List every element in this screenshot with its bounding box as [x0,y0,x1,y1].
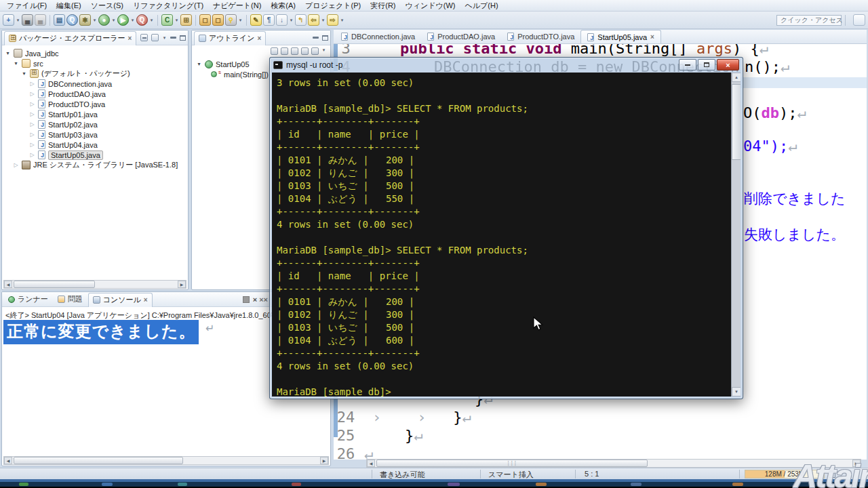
terminate-icon[interactable] [243,296,250,303]
tree-item-startup02[interactable]: ▷StartUp02.java [2,119,188,129]
update-icon[interactable]: Q [66,14,78,26]
outline-view-menu-icon[interactable]: ▾ [321,47,326,55]
close-icon[interactable]: × [144,296,148,304]
menu-edit[interactable]: 編集(E) [52,0,86,12]
tab-console[interactable]: コンソール × [88,293,153,307]
tree-item-startup05[interactable]: ▷StartUp05.java [2,150,188,160]
tree-item-productdao[interactable]: ▷ProductDAO.java [2,89,188,99]
tree-item-src[interactable]: ▾src [2,58,188,68]
close-icon[interactable]: × [258,35,262,42]
sort-icon[interactable] [271,47,278,55]
link-with-editor-icon[interactable] [151,34,159,41]
maximize-icon[interactable] [322,35,328,41]
java-file-icon [427,33,434,41]
menu-project[interactable]: プロジェクト(P) [300,0,366,12]
quick-access-input[interactable]: クイック・アクセス [776,15,842,26]
hide-nonpublic-icon[interactable] [301,47,309,55]
minimize-button[interactable] [679,59,696,70]
tree-item-productdto[interactable]: ▷ProductDTO.java [2,99,188,109]
java-file-icon [38,100,45,108]
menu-run[interactable]: 実行(R) [366,0,400,12]
maximize-icon[interactable] [180,35,186,41]
tree-item-dbconnection[interactable]: ▷DBConnection.java [2,79,188,89]
whitespace-icon[interactable]: ¶ [263,14,275,26]
next-annotation-icon[interactable]: ↓ [276,14,288,26]
remove-all-launches-icon[interactable]: ×× [259,296,268,304]
scroll-down-icon[interactable]: ▼ [732,387,741,396]
java-perspective-icon[interactable] [853,14,865,26]
hide-static-icon[interactable] [291,47,298,55]
debug-caret-icon[interactable]: ▾ [111,18,116,23]
tab-outline[interactable]: アウトライン × [194,31,266,45]
run-icon[interactable]: ▶ [117,14,129,26]
open-folder-icon[interactable]: ◻ [199,14,211,26]
menu-source[interactable]: ソース(S) [86,0,128,12]
terminal-output[interactable]: 3 rows in set (0.00 sec) MariaDB [sample… [272,73,731,396]
menu-navigate[interactable]: ナビゲート(N) [208,0,266,12]
close-icon[interactable]: × [650,33,654,41]
coverage-icon[interactable]: Q [136,14,148,26]
tree-item-default-package[interactable]: ▾(デフォルト・パッケージ) [2,68,188,79]
hide-fields-icon[interactable] [281,47,288,55]
new-class-caret-icon[interactable]: ▾ [174,18,179,23]
save-icon[interactable]: ▄ [22,14,33,26]
coverage-caret-icon[interactable]: ▾ [149,18,154,23]
remove-launch-icon[interactable]: × [253,296,257,304]
new-package-icon[interactable]: ⊞ [180,14,192,26]
menu-file[interactable]: ファイル(F) [2,0,52,12]
tab-productdto-java[interactable]: ProductDTO.java [501,30,580,43]
tab-problems[interactable]: 問題 [54,294,87,304]
mark-occurrences-icon[interactable]: ✎ [250,14,262,26]
scroll-up-icon[interactable]: ▲ [732,73,741,82]
next-annotation-caret-icon[interactable]: ▾ [289,18,294,23]
tab-startup05-java[interactable]: StartUp05.java× [580,30,661,43]
new-class-icon[interactable]: C [161,14,173,26]
open-folder2-icon[interactable]: ◻ [212,14,224,26]
editor-hscrollbar[interactable]: ◀┆┆┆▶ [366,459,861,468]
tab-runner[interactable]: ランナー [4,294,52,304]
tree-item-project[interactable]: ▾Java_jdbc [2,48,188,58]
view-menu-icon[interactable]: ▾ [162,35,167,41]
search-caret-icon[interactable]: ▾ [238,18,243,23]
new-wizard-icon[interactable]: + [3,14,14,26]
minimize-icon[interactable] [170,37,176,39]
console-hscrollbar[interactable]: ◀▶ [3,456,329,465]
scrollbar-thumb[interactable] [732,84,741,160]
maximize-button[interactable] [698,59,715,70]
terminal-scrollbar[interactable]: ▲ ▼ [731,73,741,396]
terminal-titlebar[interactable]: mysql -u root -p × [270,58,743,72]
back-caret-icon[interactable]: ▾ [321,18,326,23]
tab-productdao-java[interactable]: ProductDAO.java [421,30,501,43]
close-button[interactable]: × [717,59,739,70]
save-all-icon[interactable]: ▄ [35,14,46,26]
menu-help[interactable]: ヘルプ(H) [460,0,503,12]
tree-item-startup03[interactable]: ▷StartUp03.java [2,129,188,140]
tree-item-startup01[interactable]: ▷StartUp01.java [2,109,188,119]
tab-dbconnection-java[interactable]: DBConnection.java [335,30,421,43]
debug-icon[interactable]: ● [98,14,110,26]
tree-item-jre-library[interactable]: ▷JRE システム・ライブラリー [JavaSE-1.8] [2,160,188,170]
back-icon[interactable]: ⇦ [308,14,319,26]
minimize-icon[interactable] [313,37,319,39]
tab-package-explorer[interactable]: パッケージ・エクスプローラー × [4,31,136,45]
task-icon[interactable]: ▤ [54,14,65,26]
run-caret-icon[interactable]: ▾ [130,18,135,23]
package-explorer-hscrollbar[interactable]: ◀▶ [3,280,186,289]
terminal-window[interactable]: mysql -u root -p × 3 rows in set (0.00 s… [269,57,743,399]
forward-caret-icon[interactable]: ▾ [340,18,344,23]
close-icon[interactable]: × [128,35,132,42]
menu-window[interactable]: ウィンドウ(W) [401,0,460,12]
tree-item-startup04[interactable]: ▷StartUp04.java [2,140,188,150]
collapse-all-icon[interactable] [140,34,148,41]
search-icon[interactable]: ⚲ [225,14,237,26]
menu-search[interactable]: 検索(A) [266,0,300,12]
java-file-icon [38,79,45,88]
console-selected-output[interactable]: 正常に変更できました。 [3,320,199,344]
external-tools-caret-icon[interactable]: ▾ [92,18,97,23]
last-edit-icon[interactable]: ↰ [295,14,307,26]
new-wizard-caret-icon[interactable]: ▾ [16,18,20,23]
forward-icon[interactable]: ⇨ [327,14,338,26]
hide-local-types-icon[interactable] [311,47,319,55]
external-tools-icon[interactable]: ✱ [79,14,91,26]
menu-refactor[interactable]: リファクタリング(T) [128,0,208,12]
